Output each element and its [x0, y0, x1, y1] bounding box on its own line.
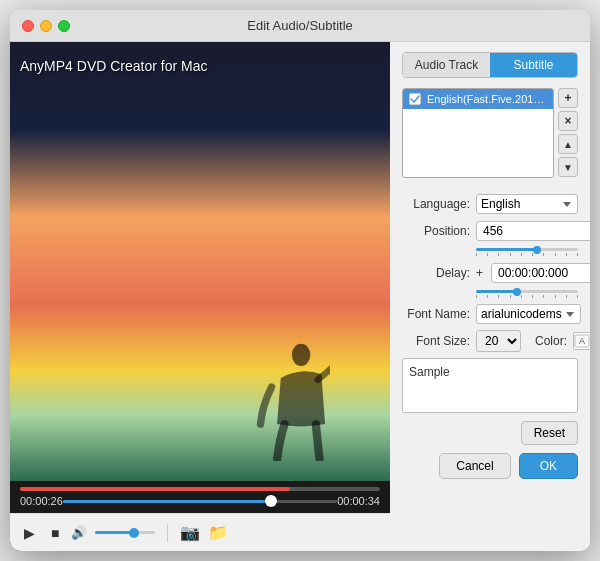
tick: [510, 295, 511, 298]
time-slider[interactable]: [63, 500, 337, 503]
font-size-label: Font Size:: [402, 334, 470, 348]
main-window: Edit Audio/Subtitle AnyMP4 DVD Creator f…: [10, 10, 590, 551]
video-area: AnyMP4 DVD Creator for Mac: [10, 42, 390, 481]
delay-row: Delay: + ▲ ▼: [402, 262, 578, 284]
font-name-row: Font Name: arialunicodems: [402, 304, 578, 324]
delay-label: Delay:: [402, 266, 470, 280]
delay-ticks: [476, 293, 578, 298]
subtitle-item-text: English(Fast.Five.2011.108...: [427, 93, 547, 105]
font-size-select[interactable]: 20: [476, 330, 521, 352]
volume-icon: 🔊: [71, 525, 87, 540]
tick: [532, 253, 533, 256]
tick: [566, 253, 567, 256]
position-label: Position:: [402, 224, 470, 238]
delay-slider-thumb: [513, 288, 521, 296]
tick: [543, 295, 544, 298]
folder-icon[interactable]: 📁: [208, 523, 228, 542]
cancel-button[interactable]: Cancel: [439, 453, 510, 479]
position-stepper: ▲ ▼: [476, 220, 590, 242]
progress-fill: [20, 487, 290, 491]
time-slider-fill: [63, 500, 272, 503]
tick: [566, 295, 567, 298]
delay-slider[interactable]: [476, 290, 578, 293]
tab-row: Audio Track Subtitle: [402, 52, 578, 78]
time-slider-thumb: [265, 495, 277, 507]
side-buttons: + × ▲ ▼: [558, 88, 578, 186]
volume-thumb: [129, 528, 139, 538]
volume-slider[interactable]: [95, 531, 155, 534]
language-select[interactable]: English: [476, 194, 578, 214]
remove-subtitle-button[interactable]: ×: [558, 111, 578, 131]
close-button[interactable]: [22, 20, 34, 32]
video-overlay: AnyMP4 DVD Creator for Mac: [20, 58, 208, 74]
position-slider-thumb: [533, 246, 541, 254]
position-row: Position: ▲ ▼: [402, 220, 578, 242]
language-label: Language:: [402, 197, 470, 211]
subtitle-checkbox[interactable]: [409, 93, 421, 105]
divider: [167, 524, 168, 542]
traffic-lights: [22, 20, 70, 32]
subtitle-item[interactable]: English(Fast.Five.2011.108...: [403, 89, 553, 109]
time-start: 00:00:26: [20, 495, 63, 507]
tick: [487, 253, 488, 256]
tick: [476, 253, 477, 256]
title-bar: Edit Audio/Subtitle: [10, 10, 590, 42]
color-label: Color:: [535, 334, 567, 348]
video-figure: [250, 341, 330, 461]
move-down-button[interactable]: ▼: [558, 157, 578, 177]
tick: [487, 295, 488, 298]
minimize-button[interactable]: [40, 20, 52, 32]
controls-row: ▶ ■ 🔊 📷 📁: [10, 513, 390, 551]
play-button[interactable]: ▶: [20, 523, 39, 543]
position-input[interactable]: [476, 221, 590, 241]
tick: [498, 295, 499, 298]
language-row: Language: English: [402, 194, 578, 214]
move-up-button[interactable]: ▲: [558, 134, 578, 154]
time-row: 00:00:26 00:00:34: [20, 495, 380, 507]
ok-button[interactable]: OK: [519, 453, 578, 479]
progress-track[interactable]: [20, 487, 380, 491]
time-end: 00:00:34: [337, 495, 380, 507]
svg-text:A: A: [579, 336, 585, 346]
tick: [577, 295, 578, 298]
tick: [521, 253, 522, 256]
subtitle-list-wrapper: English(Fast.Five.2011.108... + × ▲ ▼: [402, 88, 578, 186]
font-name-select[interactable]: arialunicodems: [476, 304, 581, 324]
font-name-label: Font Name:: [402, 307, 470, 321]
window-title: Edit Audio/Subtitle: [247, 18, 353, 33]
stop-button[interactable]: ■: [47, 523, 63, 543]
font-size-wrap: 20: [476, 330, 521, 352]
bottom-actions: Reset: [402, 421, 578, 445]
sample-box: Sample: [402, 358, 578, 413]
position-slider-row: [402, 248, 578, 256]
add-subtitle-button[interactable]: +: [558, 88, 578, 108]
tick: [532, 295, 533, 298]
tick: [476, 295, 477, 298]
delay-slider-row: [402, 290, 578, 298]
tab-subtitle[interactable]: Subtitle: [490, 53, 577, 77]
tick: [521, 295, 522, 298]
tick: [555, 253, 556, 256]
delay-input[interactable]: [491, 263, 590, 283]
tick: [577, 253, 578, 256]
tick: [498, 253, 499, 256]
position-ticks: [476, 251, 578, 256]
svg-point-0: [292, 344, 310, 366]
action-buttons: Cancel OK: [402, 453, 578, 479]
color-swatch[interactable]: A: [573, 332, 590, 350]
tick: [510, 253, 511, 256]
maximize-button[interactable]: [58, 20, 70, 32]
tab-audio-track[interactable]: Audio Track: [403, 53, 490, 77]
tick: [555, 295, 556, 298]
tick: [543, 253, 544, 256]
font-size-color-row: Font Size: 20 Color: A: [402, 330, 578, 352]
position-slider[interactable]: [476, 248, 578, 251]
subtitle-list: English(Fast.Five.2011.108...: [402, 88, 554, 178]
video-panel: AnyMP4 DVD Creator for Mac: [10, 42, 390, 551]
right-panel: Audio Track Subtitle English(Fast.Five.2…: [390, 42, 590, 551]
reset-button[interactable]: Reset: [521, 421, 578, 445]
delay-prefix: +: [476, 266, 483, 280]
content-area: AnyMP4 DVD Creator for Mac: [10, 42, 590, 551]
snapshot-icon[interactable]: 📷: [180, 523, 200, 542]
sample-label: Sample: [409, 365, 450, 379]
